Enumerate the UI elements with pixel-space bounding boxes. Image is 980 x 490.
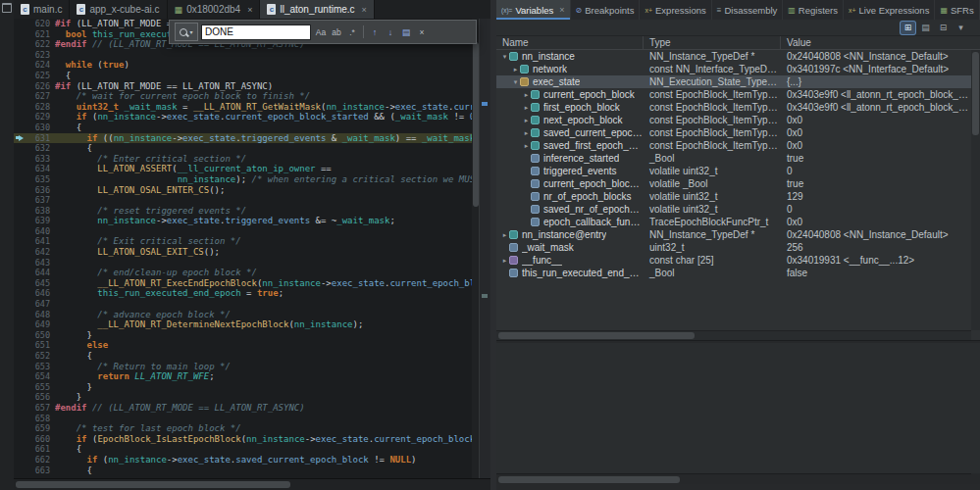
code-line[interactable]: 633 /* Enter critical section */ (14, 154, 472, 165)
code-line[interactable]: 624 while (true) (14, 60, 472, 71)
variables-vertical-scrollbar[interactable] (971, 50, 980, 330)
code-line[interactable]: 655 } (14, 382, 472, 393)
close-tab-icon[interactable]: × (362, 5, 367, 15)
highlight-all-button[interactable]: ▤ (399, 24, 413, 39)
code-line[interactable]: 649 __LL_ATON_RT_DetermineNextEpochBlock… (14, 319, 472, 330)
expand-chevron-icon[interactable]: ▸ (500, 231, 509, 239)
variable-row[interactable]: ▸current_epoch_blockconst EpochBlock_Ite… (496, 88, 971, 101)
expand-chevron-icon[interactable]: ▸ (522, 142, 531, 150)
editor-hscroll-thumb[interactable] (16, 481, 290, 488)
editor-tab[interactable]: ▦0x18002db4× (168, 0, 261, 19)
code-line[interactable]: 644 /* end/clean-up epoch block */ (14, 268, 472, 278)
expand-chevron-icon[interactable]: ▸ (500, 257, 509, 265)
code-line[interactable]: 643 (14, 258, 472, 269)
column-header-name[interactable]: Name (496, 36, 644, 49)
code-line[interactable]: 640 (14, 226, 472, 237)
code-line[interactable]: 634 LL_ATON_ASSERT(__ll_current_aton_ip_… (14, 164, 472, 174)
overview-mark[interactable] (482, 294, 488, 298)
variable-row[interactable]: ▾nn_instanceNN_Instance_TypeDef *0x24040… (496, 50, 971, 63)
code-line[interactable]: 626#if (LL_ATON_RT_MODE == LL_ATON_RT_AS… (14, 81, 472, 92)
find-input[interactable] (201, 24, 311, 40)
view-tab-live-expressions[interactable]: x+Live Expressions (844, 0, 935, 20)
column-header-value[interactable]: Value (781, 36, 980, 49)
code-line[interactable]: 623 (14, 50, 472, 61)
variable-row[interactable]: saved_nr_of_epoch_blocksvolatile uint32_… (496, 203, 971, 216)
variables-vscroll-thumb[interactable] (972, 52, 979, 135)
code-line[interactable]: 646 this_run_executed_end_epoch = true; (14, 288, 472, 299)
variable-row[interactable]: ▸networkconst NN_Interface_TypeDef *0x34… (496, 63, 971, 75)
code-line[interactable]: 653 /* Return to main loop */ (14, 362, 472, 372)
whole-word-button[interactable]: ab (330, 24, 343, 39)
find-prev-button[interactable]: ↑ (368, 24, 382, 39)
view-tab-disassembly[interactable]: ≡Disassembly (712, 0, 784, 20)
code-line[interactable]: 630 { (14, 122, 472, 133)
code-line[interactable]: 662 if (nn_instance->exec_state.saved_cu… (14, 455, 472, 466)
variable-row[interactable]: ▸saved_current_epoch_blockconst EpochBlo… (496, 126, 971, 139)
view-tab-registers[interactable]: ▥Registers (783, 0, 844, 20)
variable-row[interactable]: ▸first_epoch_blockconst EpochBlock_ItemT… (496, 101, 971, 114)
code-line[interactable]: 627 /* wait for current epoch block to f… (14, 91, 472, 102)
code-line[interactable]: 661 { (14, 444, 472, 455)
expand-chevron-icon[interactable]: ▸ (522, 129, 531, 137)
code-line[interactable]: 658 (14, 414, 472, 424)
variable-row[interactable]: ▸nn_instance@entryNN_Instance_TypeDef *0… (496, 228, 971, 241)
match-case-button[interactable]: Aa (314, 24, 328, 39)
search-options-button[interactable]: ▾ (175, 23, 198, 41)
collapse-chevron-icon[interactable]: ▾ (500, 53, 509, 61)
restore-view-icon[interactable] (2, 3, 12, 13)
code-line[interactable]: 636 LL_ATON_OSAL_ENTER_CS(); (14, 185, 472, 196)
close-tab-icon[interactable]: × (247, 5, 252, 15)
code-line[interactable]: 654 return LL_ATON_RT_WFE; (14, 371, 472, 382)
variable-row[interactable]: this_run_executed_end_epoch_Boolfalse (496, 267, 971, 279)
variable-row[interactable]: epoch_callback_functionTraceEpochBlockFu… (496, 216, 971, 228)
show-columns-icon[interactable]: ▤ (918, 22, 933, 34)
close-find-button[interactable]: × (415, 24, 429, 39)
code-line[interactable]: 628 uint32_t _wait_mask = __LL_ATON_RT_G… (14, 102, 472, 113)
view-tab-expressions[interactable]: x+Expressions (640, 0, 711, 20)
editor-tab[interactable]: cmain.c (14, 0, 70, 19)
code-line[interactable]: 642 LL_ATON_OSAL_EXIT_CS(); (14, 247, 472, 258)
code-line[interactable]: 656 } (14, 392, 472, 403)
code-line[interactable]: 635 nn_instance); /* when entering a cri… (14, 174, 472, 185)
code-line[interactable]: 652 { (14, 351, 472, 362)
collapse-chevron-icon[interactable]: ▾ (511, 78, 520, 86)
variable-row[interactable]: ▸next_epoch_blockconst EpochBlock_ItemTy… (496, 114, 971, 126)
view-tab-variables[interactable]: (x)=Variables× (496, 0, 571, 20)
view-tab-sfrs[interactable]: ▦SFRs (935, 0, 979, 20)
code-line[interactable]: 625 { (14, 71, 472, 81)
code-line[interactable]: 641 /* Exit critical section */ (14, 236, 472, 247)
variables-tree-hscroll-thumb[interactable] (498, 332, 695, 339)
expand-chevron-icon[interactable]: ▸ (522, 91, 531, 99)
code-line[interactable]: 659 /* test for last epoch block */ (14, 423, 472, 434)
variable-row[interactable]: current_epoch_block_startedvolatile _Boo… (496, 177, 971, 190)
variables-panel-hscroll-thumb[interactable] (498, 476, 680, 483)
variable-row[interactable]: _wait_maskuint32_t256 (496, 241, 971, 254)
code-line[interactable]: 647 (14, 299, 472, 310)
editor-tab[interactable]: cll_aton_runtime.c× (260, 0, 374, 19)
variable-row[interactable]: triggered_eventsvolatile uint32_t0 (496, 165, 971, 177)
editor-tab[interactable]: capp_x-cube-ai.c (70, 0, 167, 19)
variable-row[interactable]: nr_of_epoch_blocksvolatile uint32_t129 (496, 190, 971, 203)
close-view-icon[interactable]: × (559, 5, 564, 15)
code-line[interactable]: 657#endif // (LL_ATON_RT_MODE == LL_ATON… (14, 403, 472, 414)
view-tab-breakpoints[interactable]: ⊘Breakpoints (571, 0, 641, 20)
overview-ruler[interactable] (479, 19, 490, 479)
variable-row[interactable]: ▸__func__const char [25]0x34019931 <__fu… (496, 254, 971, 267)
variable-row[interactable]: ▸saved_first_epoch_blockconst EpochBlock… (496, 139, 971, 152)
code-line[interactable]: 629 if (nn_instance->exec_state.current_… (14, 112, 472, 122)
editor-horizontal-scrollbar[interactable] (14, 478, 490, 490)
expand-chevron-icon[interactable]: ▸ (511, 66, 520, 74)
column-header-type[interactable]: Type (644, 36, 781, 49)
regex-button[interactable]: .* (345, 24, 359, 39)
expand-chevron-icon[interactable]: ▸ (522, 104, 531, 112)
expand-chevron-icon[interactable]: ▸ (522, 117, 531, 124)
code-line[interactable]: 632 { (14, 143, 472, 154)
code-line[interactable]: 639 nn_instance->exec_state.triggered_ev… (14, 216, 472, 226)
code-line[interactable]: 637 (14, 195, 472, 206)
code-line[interactable]: 631 if ((nn_instance->exec_state.trigger… (14, 133, 472, 144)
variable-row[interactable]: ▾exec_stateNN_Execution_State_TypeDef{..… (496, 75, 971, 88)
variable-row[interactable]: inference_started_Booltrue (496, 152, 971, 165)
code-line[interactable]: 660 if (EpochBlock_IsLastEpochBlock(nn_i… (14, 434, 472, 445)
code-line[interactable]: 645 __LL_ATON_RT_ExecEndEpochBlock(nn_in… (14, 278, 472, 289)
code-line[interactable]: 648 /* advance epoch block */ (14, 310, 472, 320)
